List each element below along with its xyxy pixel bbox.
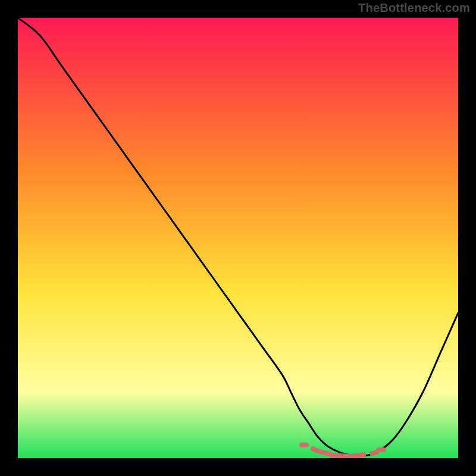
watermark-text: TheBottleneck.com [358, 1, 470, 15]
gradient-background [18, 18, 458, 458]
optimal-marker [377, 447, 386, 452]
optimal-marker [299, 443, 309, 447]
plot-area [18, 18, 458, 458]
chart-svg [18, 18, 458, 458]
chart-stage: TheBottleneck.com [0, 0, 476, 476]
